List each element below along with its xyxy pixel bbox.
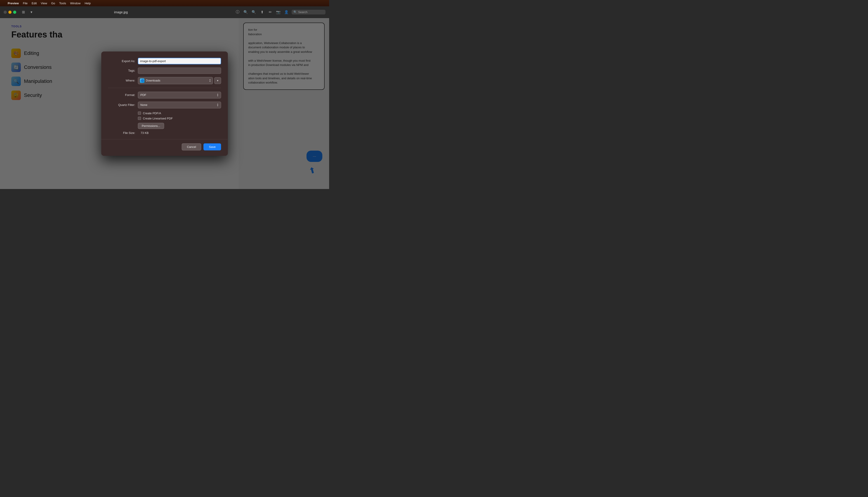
create-pdfa-label: Create PDF/A [143, 112, 161, 115]
quartz-filter-row: Quartz Filter: None ▲ ▼ [108, 102, 221, 109]
format-label: Format: [108, 93, 135, 97]
file-size-row: File Size: 73 KB [108, 131, 221, 134]
permissions-button[interactable]: Permissions... [138, 123, 164, 129]
close-button[interactable] [4, 11, 7, 14]
menu-bar: Preview File Edit View Go Tools Window H… [0, 0, 329, 6]
where-select-inner: 🔵 Downloads [140, 79, 160, 83]
window-title: image.jpg [10, 10, 232, 14]
downloads-folder-icon: 🔵 [140, 79, 144, 83]
where-row: Where: 🔵 Downloads ▲ ▼ ▾ [108, 77, 221, 84]
where-value: Downloads [146, 79, 160, 82]
dialog-body: Export As: Tags: Where: 🔵 Down [101, 58, 228, 134]
search-bar[interactable]: 🔍 Search [292, 10, 326, 14]
export-as-row: Export As: [108, 58, 221, 65]
create-linearised-row: Create Linearised PDF [138, 117, 221, 120]
quartz-arrows-icon: ▲ ▼ [217, 103, 219, 107]
menu-edit[interactable]: Edit [32, 2, 37, 5]
menu-window[interactable]: Window [70, 2, 81, 5]
where-label: Where: [108, 79, 135, 82]
markup-icon[interactable]: ✏ [267, 9, 273, 15]
zoom-out-icon[interactable]: 🔍 [243, 9, 249, 15]
search-placeholder: Search [298, 10, 307, 14]
dialog-divider [108, 88, 221, 88]
quartz-filter-dropdown[interactable]: None ▲ ▼ [138, 102, 221, 109]
dialog-footer: Cancel Save [101, 139, 228, 151]
quartz-filter-label: Quartz Filter: [108, 103, 135, 106]
file-size-label: File Size: [108, 131, 135, 134]
format-arrows-icon: ▲ ▼ [217, 93, 219, 97]
camera-icon[interactable]: 📷 [275, 9, 281, 15]
save-button[interactable]: Save [204, 143, 221, 151]
search-icon: 🔍 [293, 10, 297, 14]
save-dialog: Export As: Tags: Where: 🔵 Down [101, 52, 228, 156]
menu-help[interactable]: Help [84, 2, 91, 5]
format-value: PDF [140, 93, 146, 97]
expand-button[interactable]: ▾ [214, 77, 221, 84]
cancel-button[interactable]: Cancel [182, 143, 201, 151]
zoom-in-icon[interactable]: 🔍 [251, 9, 257, 15]
format-dropdown[interactable]: PDF ▲ ▼ [138, 92, 221, 98]
create-pdfa-row: Create PDF/A [138, 112, 221, 115]
export-as-input[interactable] [138, 58, 221, 65]
tags-label: Tags: [108, 69, 135, 72]
info-icon[interactable]: ⓘ [235, 9, 240, 15]
share-icon[interactable]: ⬆ [259, 9, 265, 15]
format-row: Format: PDF ▲ ▼ [108, 92, 221, 98]
create-pdfa-checkbox[interactable] [138, 112, 141, 115]
where-dropdown[interactable]: 🔵 Downloads ▲ ▼ [138, 77, 213, 84]
menu-preview[interactable]: Preview [8, 2, 19, 5]
tags-row: Tags: [108, 68, 221, 74]
quartz-filter-value: None [140, 103, 147, 106]
create-linearised-checkbox[interactable] [138, 117, 141, 120]
file-size-value: 73 KB [141, 131, 149, 134]
create-linearised-label: Create Linearised PDF [143, 117, 173, 120]
export-as-label: Export As: [108, 59, 135, 63]
menu-file[interactable]: File [23, 2, 28, 5]
where-select-container: 🔵 Downloads ▲ ▼ ▾ [138, 77, 221, 84]
profile-icon[interactable]: 👤 [284, 9, 289, 15]
dialog-overlay: Export As: Tags: Where: 🔵 Down [0, 18, 329, 189]
menu-view[interactable]: View [41, 2, 47, 5]
select-arrows-icon: ▲ ▼ [209, 79, 211, 82]
tags-input[interactable] [138, 68, 221, 74]
toolbar: ⊞ ▾ image.jpg ⓘ 🔍 🔍 ⬆ ✏ 📷 👤 🔍 Search [0, 6, 329, 18]
main-content: TOOLS Features tha 🎨 Editing 🔄 Conversio… [0, 18, 329, 189]
menu-tools[interactable]: Tools [59, 2, 66, 5]
menu-go[interactable]: Go [51, 2, 55, 5]
